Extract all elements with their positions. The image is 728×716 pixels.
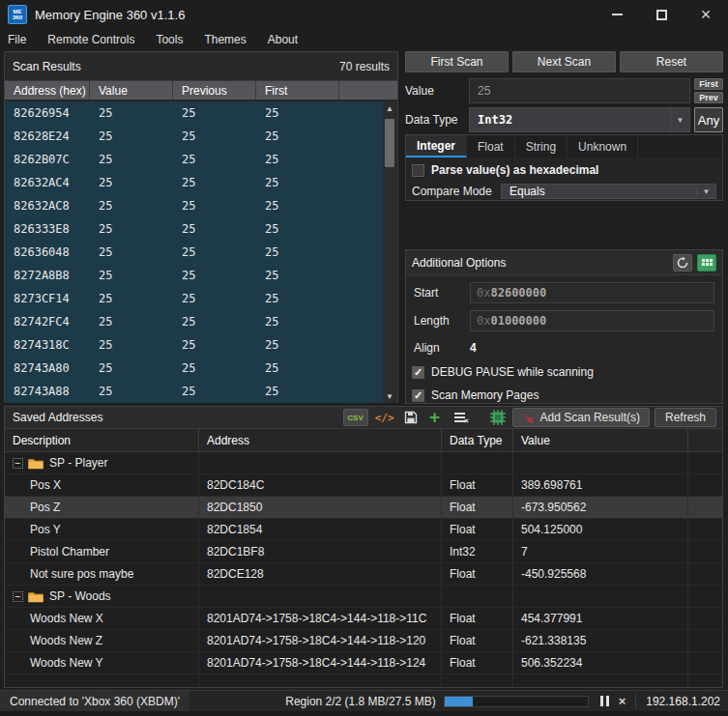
code-export-button[interactable]: </>: [373, 409, 396, 426]
parse-hex-checkbox[interactable]: [412, 164, 424, 177]
scan-cell-address: 82636048: [5, 241, 90, 264]
small-x-icon: ×: [464, 416, 469, 425]
tab-integer[interactable]: Integer: [406, 135, 467, 158]
save-button[interactable]: [401, 409, 421, 426]
debug-pause-checkbox[interactable]: ✓: [412, 366, 424, 379]
scan-result-row[interactable]: 8273CF14252525: [5, 287, 384, 310]
minimize-button[interactable]: [595, 0, 639, 29]
refresh-button[interactable]: Refresh: [655, 408, 716, 427]
add-address-button[interactable]: +: [425, 409, 445, 426]
scan-result-row[interactable]: 82628E24252525: [5, 125, 384, 148]
address-cell: 82DC1BF8: [199, 541, 442, 562]
scrollbar-thumb[interactable]: [385, 119, 394, 167]
data-type-cell: Float: [442, 497, 513, 518]
scan-result-row[interactable]: 82632AC8252525: [5, 194, 384, 217]
group-row[interactable]: −SP - Player: [5, 452, 722, 474]
menu-remote-controls[interactable]: Remote Controls: [47, 33, 134, 46]
add-scan-results-button[interactable]: Add Scan Result(s): [512, 408, 650, 427]
column-address-hex[interactable]: Address (hex): [5, 81, 90, 100]
scan-cell-first: 25: [256, 380, 339, 403]
scan-result-row[interactable]: 8262B07C252525: [5, 148, 384, 171]
memory-regions-button[interactable]: [697, 254, 716, 272]
window-bottom-edge: [0, 711, 728, 716]
scan-cell-previous: 25: [173, 357, 256, 380]
tab-float[interactable]: Float: [467, 135, 515, 158]
compare-mode-dropdown[interactable]: Equals ▼: [501, 184, 716, 199]
menu-themes[interactable]: Themes: [204, 33, 246, 46]
export-csv-button[interactable]: CSV: [343, 409, 368, 426]
scrollbar-up-icon[interactable]: ▲: [383, 101, 396, 115]
address-cell: 82DCE128: [199, 563, 442, 585]
scan-result-row[interactable]: 8272A8B8252525: [5, 264, 384, 287]
tab-unknown[interactable]: Unknown: [568, 135, 638, 158]
scan-result-row[interactable]: 82743A88252525: [5, 380, 384, 403]
scan-result-row[interactable]: 82636048252525: [5, 241, 384, 264]
column-value[interactable]: Value: [90, 81, 173, 100]
saved-address-row[interactable]: Pos X82DC184CFloat389.698761: [5, 474, 722, 497]
first-value-button[interactable]: First: [694, 78, 723, 90]
scan-cell-address: 8274318C: [5, 333, 90, 357]
scan-result-row[interactable]: 826333E8252525: [5, 217, 384, 241]
collapse-expander[interactable]: −: [13, 591, 23, 602]
clear-list-button[interactable]: ×: [450, 409, 471, 426]
scan-results-scrollbar[interactable]: ▲ ▼: [383, 101, 396, 403]
value-input[interactable]: 25: [469, 78, 690, 103]
saved-address-row[interactable]: Pos Z82DC1850Float-673.950562: [5, 497, 722, 519]
start-input[interactable]: 0x82600000: [470, 282, 714, 303]
cancel-scan-button[interactable]: ×: [619, 694, 626, 708]
saved-address-row[interactable]: Pos Y82DC1854Float504.125000: [5, 519, 722, 541]
description-cell: Woods New Y: [5, 652, 199, 673]
scrollbar-down-icon[interactable]: ▼: [383, 389, 396, 403]
group-name: SP - Woods: [49, 589, 111, 603]
saved-address-row[interactable]: Not sure pos maybe82DCE128Float-450.9255…: [5, 563, 722, 586]
align-label: Align: [414, 341, 470, 355]
data-type-dropdown[interactable]: Int32 ▼: [469, 107, 690, 132]
description-cell: Pistol Chamber: [5, 541, 199, 562]
scan-memory-pages-checkbox[interactable]: ✓: [412, 389, 424, 402]
column-value[interactable]: Value: [513, 429, 688, 451]
scan-cell-first: 25: [256, 217, 339, 241]
add-scan-results-label: Add Scan Result(s): [540, 411, 640, 424]
column-previous[interactable]: Previous: [173, 81, 256, 100]
first-scan-button[interactable]: First Scan: [405, 51, 509, 72]
any-button[interactable]: Any: [694, 107, 723, 132]
memory-chip-button[interactable]: [488, 409, 508, 426]
column-data-type[interactable]: Data Type: [442, 429, 513, 451]
menu-tools[interactable]: Tools: [156, 33, 183, 46]
column-first[interactable]: First: [256, 81, 339, 100]
saved-address-row[interactable]: Woods New Y8201AD74->1758->18C4->144->11…: [5, 652, 722, 674]
scan-cell-first: 25: [256, 287, 339, 310]
maximize-button[interactable]: [639, 0, 684, 29]
group-row[interactable]: −SP - Woods: [5, 586, 722, 608]
length-input[interactable]: 0x01000000: [470, 310, 714, 331]
arrow-down-right-icon: [522, 412, 535, 424]
pause-button[interactable]: [600, 696, 609, 706]
menu-bar: File Remote Controls Tools Themes About: [0, 29, 728, 49]
saved-address-row[interactable]: Woods New Z8201AD74->1758->18C4->144->11…: [5, 630, 722, 652]
scan-cell-value: 25: [90, 148, 173, 171]
column-description[interactable]: Description: [5, 429, 199, 451]
value-cell: -673.950562: [513, 497, 688, 518]
scan-cell-value: 25: [90, 380, 173, 403]
scan-result-row[interactable]: 82626954252525: [5, 101, 384, 125]
collapse-expander[interactable]: −: [13, 458, 23, 469]
close-button[interactable]: ×: [684, 0, 728, 29]
scan-result-row[interactable]: 8274318C252525: [5, 333, 384, 357]
menu-about[interactable]: About: [268, 33, 298, 46]
scan-cell-previous: 25: [173, 241, 256, 264]
column-address[interactable]: Address: [199, 429, 442, 451]
reset-button[interactable]: Reset: [620, 51, 723, 72]
saved-address-row[interactable]: Pistol Chamber82DC1BF8Int327: [5, 541, 722, 563]
scan-result-row[interactable]: 82742FC4252525: [5, 310, 384, 333]
description-cell: Pos Y: [5, 519, 199, 540]
scan-result-row[interactable]: 82632AC4252525: [5, 171, 384, 194]
menu-file[interactable]: File: [8, 33, 26, 46]
tab-string[interactable]: String: [515, 135, 568, 158]
scan-cell-address: 82743A88: [5, 380, 90, 403]
prev-value-button[interactable]: Prev: [694, 92, 723, 103]
saved-address-row[interactable]: Woods New X8201AD74->1758->18C4->144->11…: [5, 608, 722, 630]
chip-icon: [490, 410, 506, 425]
next-scan-button[interactable]: Next Scan: [512, 51, 616, 72]
scan-result-row[interactable]: 82743A80252525: [5, 357, 384, 380]
refresh-ranges-button[interactable]: [673, 254, 692, 272]
